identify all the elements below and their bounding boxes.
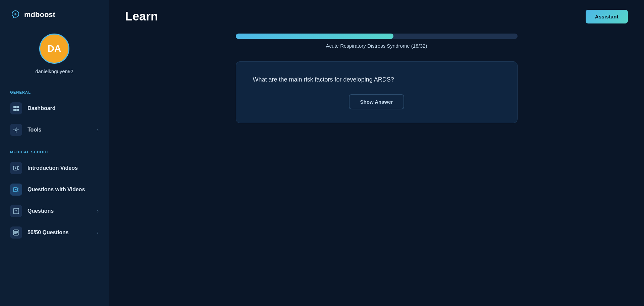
svg-point-4 xyxy=(15,129,17,131)
questions-videos-label: Questions with Videos xyxy=(28,187,99,193)
assistant-button[interactable]: Assistant xyxy=(586,10,628,23)
sidebar-item-questions[interactable]: ? Questions › xyxy=(0,200,109,222)
progress-label: Acute Respiratory Distress Syndrome (18/… xyxy=(236,43,518,49)
sidebar: mdboost DA danielknguyen92 GENERAL Dashb… xyxy=(0,0,109,306)
show-answer-button[interactable]: Show Answer xyxy=(349,94,405,109)
dashboard-icon xyxy=(10,102,22,114)
sidebar-item-questions-videos[interactable]: Questions with Videos xyxy=(0,179,109,200)
progress-container: Acute Respiratory Distress Syndrome (18/… xyxy=(236,34,518,49)
page-title: Learn xyxy=(125,9,158,23)
questions-icon: ? xyxy=(10,205,22,217)
username-label: danielknguyen92 xyxy=(35,68,73,74)
logo-area: mdboost xyxy=(0,0,109,27)
questions-videos-icon xyxy=(10,184,22,196)
sidebar-item-dashboard[interactable]: Dashboard xyxy=(0,98,109,119)
logo-icon xyxy=(10,9,21,20)
question-card: What are the main risk factors for devel… xyxy=(236,61,518,123)
main-content: Learn Assistant Acute Respiratory Distre… xyxy=(109,0,644,306)
question-text: What are the main risk factors for devel… xyxy=(253,75,394,84)
intro-videos-icon xyxy=(10,162,22,174)
questions-chevron-icon: › xyxy=(97,208,99,214)
sidebar-item-intro-videos[interactable]: Introduction Videos xyxy=(0,157,109,179)
fifty-fifty-chevron-icon: › xyxy=(97,230,99,235)
svg-text:?: ? xyxy=(15,209,17,213)
top-bar: Learn Assistant xyxy=(109,0,644,30)
fifty-fifty-icon xyxy=(10,226,22,239)
section-label-general: GENERAL xyxy=(0,90,109,98)
logo-text: mdboost xyxy=(24,10,55,19)
questions-label: Questions xyxy=(28,208,92,214)
svg-line-12 xyxy=(18,169,19,170)
fifty-fifty-label: 50/50 Questions xyxy=(28,230,92,236)
avatar: DA xyxy=(39,34,69,64)
sidebar-item-fifty-fifty[interactable]: 50/50 Questions › xyxy=(0,222,109,243)
svg-rect-3 xyxy=(16,109,19,111)
svg-rect-2 xyxy=(13,109,16,111)
intro-videos-label: Introduction Videos xyxy=(28,165,99,171)
content-area: Acute Respiratory Distress Syndrome (18/… xyxy=(109,30,644,306)
avatar-area: DA danielknguyen92 xyxy=(0,27,109,84)
svg-rect-1 xyxy=(16,106,19,108)
svg-rect-0 xyxy=(13,106,16,108)
svg-marker-14 xyxy=(15,189,17,191)
section-label-medical: MEDICAL SCHOOL xyxy=(0,150,109,157)
tools-icon xyxy=(10,124,22,136)
svg-marker-10 xyxy=(15,167,17,169)
tools-label: Tools xyxy=(28,127,92,133)
progress-fill xyxy=(236,34,393,39)
svg-line-16 xyxy=(18,191,19,191)
dashboard-label: Dashboard xyxy=(28,105,99,111)
tools-chevron-icon: › xyxy=(97,127,99,133)
svg-line-15 xyxy=(18,188,19,189)
progress-track xyxy=(236,34,518,39)
sidebar-item-tools[interactable]: Tools › xyxy=(0,119,109,141)
svg-line-11 xyxy=(18,166,19,167)
